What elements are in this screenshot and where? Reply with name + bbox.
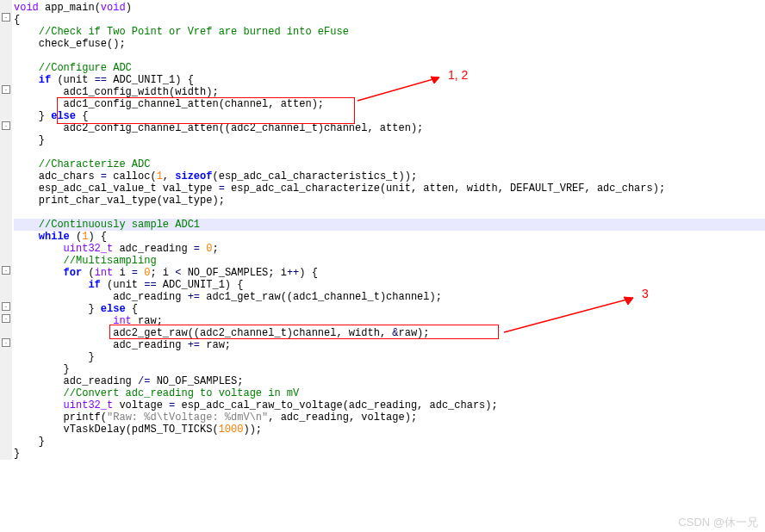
code-line: }: [14, 436, 765, 448]
fold-icon[interactable]: -: [2, 266, 10, 275]
code-line: //Convert adc_reading to voltage in mV: [14, 387, 765, 399]
code-line: adc_reading /= NO_OF_SAMPLES;: [14, 375, 765, 387]
code-line: //Multisampling: [14, 255, 765, 267]
annotation-label-2: 3: [642, 288, 649, 300]
code-line: }: [14, 363, 765, 375]
code-line: }: [14, 448, 765, 460]
code-line: }: [14, 351, 765, 363]
code-line: [14, 207, 765, 219]
code-line: adc2_get_raw((adc2_channel_t)channel, wi…: [14, 327, 765, 339]
code-line: //Check if Two Point or Vref are burned …: [14, 26, 765, 38]
code-line: printf("Raw: %d\tVoltage: %dmV\n", adc_r…: [14, 411, 765, 424]
code-line: uint32_t voltage = esp_adc_cal_raw_to_vo…: [14, 399, 765, 411]
code-line: adc1_config_width(width);: [14, 86, 765, 98]
fold-gutter: - - - - - - -: [0, 0, 12, 460]
code-line: adc_chars = calloc(1, sizeof(esp_adc_cal…: [14, 170, 765, 182]
code-line: esp_adc_cal_value_t val_type = esp_adc_c…: [14, 182, 765, 195]
code-line: {: [14, 14, 765, 26]
code-line: print_char_val_type(val_type);: [14, 195, 765, 207]
code-line: adc1_config_channel_atten(channel, atten…: [14, 98, 765, 110]
code-line-highlighted: //Continuously sample ADC1: [14, 219, 765, 231]
code-line: if (unit == ADC_UNIT_1) {: [14, 74, 765, 86]
fold-icon[interactable]: -: [2, 314, 10, 323]
fold-icon[interactable]: -: [2, 121, 10, 130]
code-line: vTaskDelay(pdMS_TO_TICKS(1000));: [14, 424, 765, 436]
code-line: [14, 146, 765, 158]
code-line: } else {: [14, 110, 765, 122]
code-line: if (unit == ADC_UNIT_1) {: [14, 279, 765, 291]
code-line: for (int i = 0; i < NO_OF_SAMPLES; i++) …: [14, 267, 765, 279]
fold-icon[interactable]: -: [2, 338, 10, 347]
watermark: CSDN @休一兄: [678, 517, 758, 529]
annotation-label-1: 1, 2: [448, 69, 468, 81]
code-line: //Configure ADC: [14, 62, 765, 74]
code-line: uint32_t adc_reading = 0;: [14, 243, 765, 255]
code-line: adc_reading += raw;: [14, 339, 765, 351]
fold-icon[interactable]: -: [2, 302, 10, 311]
fold-icon[interactable]: -: [2, 85, 10, 94]
code-line: [14, 50, 765, 62]
fold-icon[interactable]: -: [2, 13, 10, 22]
code-line: } else {: [14, 303, 765, 315]
code-line: adc2_config_channel_atten((adc2_channel_…: [14, 122, 765, 134]
code-line: int raw;: [14, 315, 765, 327]
code-line: void app_main(void): [14, 2, 765, 14]
code-line: check_efuse();: [14, 38, 765, 50]
code-line: //Characterize ADC: [14, 158, 765, 170]
code-line: adc_reading += adc1_get_raw((adc1_channe…: [14, 291, 765, 303]
code-line: while (1) {: [14, 231, 765, 243]
code-line: }: [14, 134, 765, 146]
code-editor: - - - - - - - void app_main(void) { //Ch…: [0, 0, 765, 460]
